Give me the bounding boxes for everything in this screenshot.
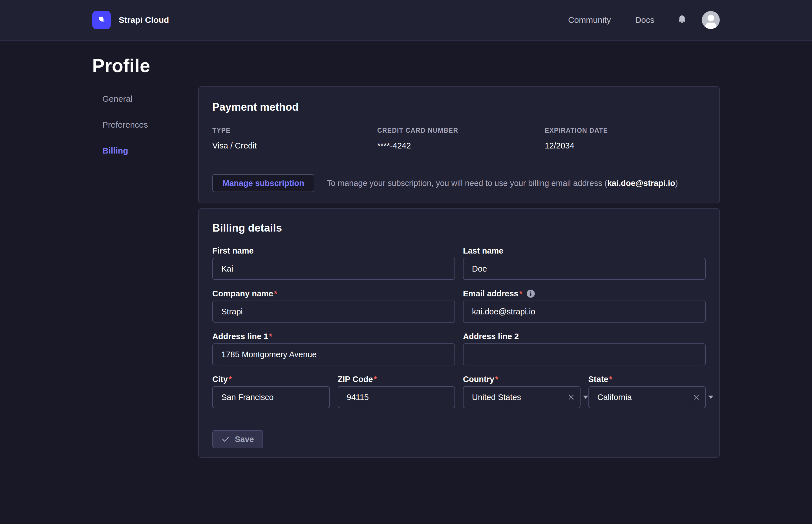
- notifications-bell-icon[interactable]: [677, 14, 687, 26]
- email-input[interactable]: [463, 300, 706, 323]
- country-combobox[interactable]: [463, 386, 580, 408]
- payment-footer: Manage subscription To manage your subsc…: [212, 171, 706, 192]
- sidebar-item-billing[interactable]: Billing: [102, 146, 198, 156]
- address-line1-field: Address line 1*: [212, 332, 455, 365]
- payment-expiration: EXPIRATION DATE 12/2034: [545, 127, 706, 150]
- zip-code-label: ZIP Code*: [338, 374, 455, 384]
- nav-docs[interactable]: Docs: [635, 15, 654, 25]
- payment-type-label: TYPE: [212, 127, 377, 134]
- last-name-label-text: Last name: [463, 246, 503, 256]
- required-asterisk: *: [274, 289, 277, 298]
- zip-code-label-text: ZIP Code: [338, 374, 373, 384]
- first-name-input[interactable]: [212, 258, 455, 280]
- card-number-label: CREDIT CARD NUMBER: [377, 127, 545, 134]
- state-input[interactable]: [588, 386, 706, 408]
- billing-email-note: To manage your subscription, you will ne…: [327, 179, 678, 188]
- city-label-text: City: [212, 374, 228, 384]
- required-asterisk: *: [374, 374, 377, 384]
- country-clear-icon[interactable]: [567, 393, 575, 402]
- nav-community[interactable]: Community: [568, 15, 611, 25]
- company-name-label-text: Company name: [212, 289, 273, 298]
- profile-sidebar: General Preferences Billing: [92, 86, 198, 458]
- company-name-field: Company name*: [212, 289, 455, 323]
- company-name-input[interactable]: [212, 300, 455, 323]
- last-name-label: Last name: [463, 246, 706, 256]
- first-name-label: First name: [212, 246, 455, 256]
- state-clear-icon[interactable]: [692, 393, 701, 402]
- address-line1-input[interactable]: [212, 343, 455, 365]
- email-label-text: Email address: [463, 289, 519, 298]
- required-asterisk: *: [269, 332, 272, 341]
- manage-subscription-button[interactable]: Manage subscription: [212, 174, 314, 192]
- last-name-field: Last name: [463, 246, 706, 280]
- payment-type-value: Visa / Credit: [212, 141, 377, 150]
- page-title: Profile: [92, 56, 720, 75]
- payment-summary: TYPE Visa / Credit CREDIT CARD NUMBER **…: [212, 127, 706, 150]
- country-label: Country*: [463, 374, 580, 384]
- payment-method-card: Payment method TYPE Visa / Credit CREDIT…: [198, 86, 720, 203]
- company-name-label: Company name*: [212, 289, 455, 298]
- card-number-value: ****-4242: [377, 141, 545, 150]
- zip-code-field: ZIP Code*: [338, 374, 455, 408]
- payment-card-number: CREDIT CARD NUMBER ****-4242: [377, 127, 545, 150]
- expiration-label: EXPIRATION DATE: [545, 127, 706, 134]
- first-name-field: First name: [212, 246, 455, 280]
- strapi-logo[interactable]: [92, 11, 111, 29]
- zip-code-input[interactable]: [338, 386, 455, 408]
- payment-method-title: Payment method: [212, 101, 706, 113]
- address-line2-label-text: Address line 2: [463, 332, 519, 341]
- address-line1-label-text: Address line 1: [212, 332, 268, 341]
- country-label-text: Country: [463, 374, 494, 384]
- required-asterisk: *: [229, 374, 232, 384]
- country-input[interactable]: [463, 386, 580, 408]
- brand-name: Strapi Cloud: [119, 15, 169, 25]
- main-content: Profile General Preferences Billing Paym…: [0, 56, 812, 458]
- cards-column: Payment method TYPE Visa / Credit CREDIT…: [198, 86, 720, 458]
- payment-type: TYPE Visa / Credit: [212, 127, 377, 150]
- info-icon[interactable]: [526, 289, 535, 298]
- state-label-text: State: [588, 374, 608, 384]
- save-button-label: Save: [235, 435, 254, 444]
- save-button[interactable]: Save: [212, 430, 263, 448]
- billing-details-card: Billing details First name Last name Com…: [198, 208, 720, 458]
- note-email: kai.doe@strapi.io: [607, 179, 675, 187]
- address-line1-label: Address line 1*: [212, 332, 455, 341]
- card-divider: [212, 167, 706, 167]
- first-name-label-text: First name: [212, 246, 254, 256]
- state-combobox[interactable]: [588, 386, 706, 408]
- country-field: Country*: [463, 374, 580, 408]
- city-field: City*: [212, 374, 330, 408]
- brand: Strapi Cloud: [92, 11, 169, 29]
- card-divider: [212, 421, 706, 421]
- address-line2-label: Address line 2: [463, 332, 706, 341]
- required-asterisk: *: [519, 289, 523, 298]
- state-label: State*: [588, 374, 706, 384]
- last-name-input[interactable]: [463, 258, 706, 280]
- city-input[interactable]: [212, 386, 330, 408]
- billing-details-title: Billing details: [212, 222, 706, 233]
- state-field: State*: [588, 374, 706, 408]
- email-field: Email address*: [463, 289, 706, 323]
- billing-form-grid: First name Last name Company name* Email…: [212, 246, 706, 365]
- sidebar-item-general[interactable]: General: [102, 94, 198, 104]
- state-caret-icon[interactable]: [708, 396, 713, 399]
- note-prefix: To manage your subscription, you will ne…: [327, 179, 607, 187]
- email-label: Email address*: [463, 289, 706, 298]
- address-line2-field: Address line 2: [463, 332, 706, 365]
- check-icon: [221, 435, 230, 443]
- required-asterisk: *: [609, 374, 612, 384]
- required-asterisk: *: [495, 374, 498, 384]
- expiration-value: 12/2034: [545, 141, 706, 150]
- strapi-logo-icon: [96, 14, 108, 26]
- top-nav: Community Docs: [568, 11, 720, 29]
- sidebar-item-preferences[interactable]: Preferences: [102, 120, 198, 130]
- note-suffix: ): [675, 179, 678, 187]
- billing-location-grid: City* ZIP Code* Country*: [212, 374, 706, 408]
- app-header: Strapi Cloud Community Docs: [0, 0, 812, 40]
- city-label: City*: [212, 374, 330, 384]
- country-caret-icon[interactable]: [583, 396, 588, 399]
- address-line2-input[interactable]: [463, 343, 706, 365]
- user-avatar[interactable]: [702, 11, 720, 29]
